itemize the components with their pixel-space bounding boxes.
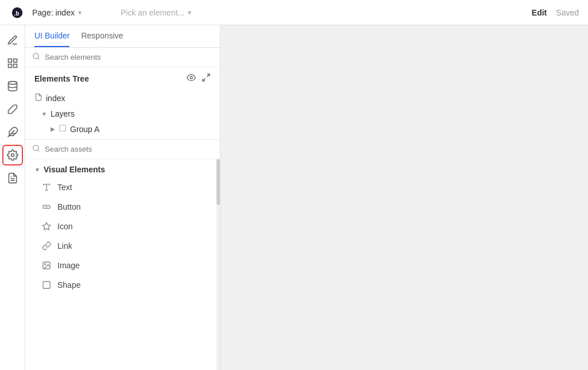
sidebar-item-style[interactable] — [2, 99, 23, 120]
search-elements-bar — [25, 48, 220, 67]
svg-text:.b: .b — [14, 10, 20, 16]
group-a-chevron-icon: ▶ — [51, 126, 55, 132]
svg-point-18 — [33, 145, 38, 151]
tree-item-index[interactable]: index — [25, 90, 220, 106]
tree-item-index-label: index — [46, 94, 65, 103]
page-label: Page: index — [32, 8, 75, 17]
svg-point-12 — [33, 53, 38, 59]
visual-elements-title: Visual Elements — [44, 165, 105, 174]
asset-item-image-label: Image — [57, 261, 80, 270]
visual-elements-header[interactable]: ▼ Visual Elements — [25, 159, 220, 178]
svg-rect-4 — [8, 64, 11, 68]
asset-item-text-label: Text — [57, 183, 72, 192]
search-assets-input[interactable] — [45, 145, 213, 153]
svg-point-26 — [45, 264, 46, 265]
icon-sidebar — [0, 25, 25, 370]
svg-rect-5 — [13, 64, 17, 68]
scroll-thumb[interactable] — [216, 159, 220, 205]
asset-item-button[interactable]: Button — [25, 197, 220, 217]
elements-tree-title: Elements Tree — [34, 74, 89, 83]
asset-item-icon-label: Icon — [57, 222, 72, 231]
svg-point-6 — [8, 82, 17, 84]
svg-rect-3 — [13, 59, 17, 63]
asset-item-image[interactable]: Image — [25, 256, 220, 275]
svg-rect-2 — [8, 59, 11, 63]
tree-item-group-a[interactable]: ▶ Group A — [25, 121, 220, 137]
asset-item-text[interactable]: Text — [25, 178, 220, 197]
tree-item-layers-label: Layers — [51, 109, 75, 118]
page-selector[interactable]: Page: index ▾ — [32, 8, 82, 17]
asset-item-icon[interactable]: Icon — [25, 217, 220, 236]
star-icon — [41, 221, 52, 232]
tree-expand-icon[interactable] — [202, 73, 211, 84]
file-icon — [34, 92, 42, 103]
main-layout: UI Builder Responsive Elements Tree — [0, 25, 588, 370]
tree-visibility-icon[interactable] — [187, 73, 196, 84]
text-icon — [41, 182, 52, 192]
link-icon — [41, 241, 52, 251]
svg-rect-17 — [60, 125, 66, 132]
sidebar-item-structure[interactable] — [2, 53, 23, 74]
element-picker-placeholder: Pick an element... — [121, 8, 184, 17]
element-picker[interactable]: Pick an element... ▾ — [121, 8, 191, 17]
search-assets-icon — [32, 144, 40, 154]
panel-tabs: UI Builder Responsive — [25, 25, 220, 48]
sidebar-item-settings[interactable] — [2, 145, 23, 165]
edit-label: Edit — [532, 8, 547, 17]
panel: UI Builder Responsive Elements Tree — [25, 25, 220, 370]
search-assets-bar — [25, 140, 220, 159]
image-icon — [41, 260, 52, 271]
saved-label: Saved — [556, 8, 579, 17]
asset-item-shape-label: Shape — [57, 280, 80, 290]
asset-item-link[interactable]: Link — [25, 236, 220, 256]
svg-rect-27 — [43, 282, 50, 288]
tab-responsive[interactable]: Responsive — [81, 25, 123, 47]
svg-point-9 — [11, 154, 14, 157]
element-picker-chevron-icon: ▾ — [188, 9, 191, 17]
assets-panel: ▼ Visual Elements Text — [25, 159, 220, 370]
elements-tree-header: Elements Tree — [25, 67, 220, 87]
dashed-box-icon — [59, 124, 67, 134]
sidebar-item-plugin[interactable] — [2, 122, 23, 142]
elements-tree: index ▼ Layers ▶ Group A — [25, 87, 220, 139]
svg-line-15 — [207, 74, 210, 77]
svg-line-13 — [38, 58, 40, 60]
visual-elements-chevron-icon: ▼ — [34, 167, 40, 173]
button-icon — [41, 202, 52, 212]
logo[interactable]: .b — [9, 5, 25, 21]
sidebar-item-edit[interactable] — [2, 30, 23, 51]
asset-item-button-label: Button — [57, 202, 80, 211]
search-elements-input[interactable] — [45, 53, 213, 61]
asset-item-link-label: Link — [57, 241, 72, 250]
topbar: .b Page: index ▾ Pick an element... ▾ Ed… — [0, 0, 588, 25]
canvas-area[interactable] — [220, 25, 588, 370]
tree-item-layers[interactable]: ▼ Layers — [25, 106, 220, 121]
tab-ui-builder[interactable]: UI Builder — [34, 25, 69, 47]
shape-icon — [41, 280, 52, 290]
svg-line-16 — [203, 78, 206, 81]
svg-line-19 — [38, 150, 40, 152]
svg-marker-24 — [42, 222, 50, 230]
page-chevron-icon: ▾ — [78, 9, 82, 17]
sidebar-item-pages[interactable] — [2, 168, 23, 188]
tree-item-group-a-label: Group A — [70, 125, 99, 134]
layers-chevron-icon: ▼ — [41, 111, 47, 117]
scroll-track — [216, 159, 220, 370]
tree-icons — [187, 73, 211, 84]
search-elements-icon — [32, 52, 40, 62]
asset-item-shape[interactable]: Shape — [25, 275, 220, 295]
svg-point-14 — [190, 76, 192, 79]
sidebar-item-database[interactable] — [2, 76, 23, 97]
